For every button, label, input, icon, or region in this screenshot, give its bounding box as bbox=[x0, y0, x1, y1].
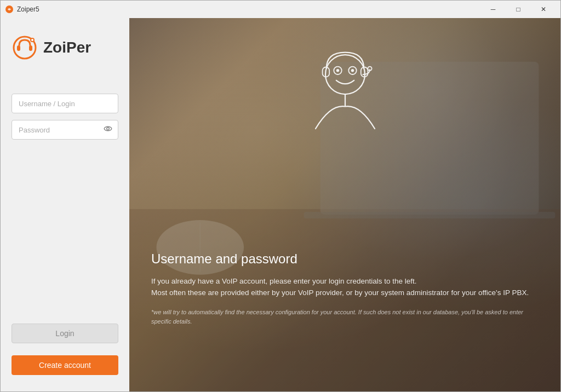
svg-point-5 bbox=[31, 39, 33, 41]
password-wrapper bbox=[12, 120, 118, 140]
right-body-line2: Most often these are provided either by … bbox=[151, 289, 529, 297]
show-password-icon[interactable] bbox=[103, 124, 113, 136]
minimize-button[interactable]: ─ bbox=[480, 1, 506, 18]
zoiper-logo-icon bbox=[12, 34, 38, 61]
login-button[interactable]: Login bbox=[12, 324, 118, 343]
right-note: *we will try to automatically find the n… bbox=[151, 308, 539, 326]
right-title: Username and password bbox=[151, 251, 539, 267]
close-button[interactable]: ✕ bbox=[531, 1, 556, 18]
app-window: Zoiper5 ─ □ ✕ ZoiPer bbox=[0, 0, 561, 392]
form-spacer bbox=[12, 146, 118, 317]
svg-point-13 bbox=[325, 55, 365, 94]
right-text-area: Username and password If you already hav… bbox=[151, 251, 539, 326]
right-panel: Username and password If you already hav… bbox=[129, 18, 560, 391]
svg-point-7 bbox=[107, 128, 110, 130]
logo-text: ZoiPer bbox=[43, 39, 91, 56]
create-account-button[interactable]: Create account bbox=[12, 355, 118, 375]
app-body: ZoiPer Login bbox=[1, 18, 560, 391]
password-input[interactable] bbox=[12, 120, 118, 140]
logo-area: ZoiPer bbox=[12, 34, 118, 61]
window-controls: ─ □ ✕ bbox=[480, 1, 556, 18]
window-title: Zoiper5 bbox=[17, 5, 480, 13]
right-body: If you already have a VoIP account, plea… bbox=[151, 275, 539, 299]
svg-point-16 bbox=[336, 69, 339, 72]
svg-rect-10 bbox=[304, 212, 556, 218]
svg-rect-2 bbox=[17, 45, 20, 51]
right-body-line1: If you already have a VoIP account, plea… bbox=[151, 277, 417, 285]
mascot-area bbox=[290, 34, 400, 144]
svg-point-17 bbox=[351, 69, 353, 72]
svg-rect-3 bbox=[29, 45, 32, 51]
username-wrapper bbox=[12, 94, 118, 113]
app-icon bbox=[5, 5, 14, 14]
mascot-illustration bbox=[296, 40, 394, 139]
left-panel: ZoiPer Login bbox=[1, 18, 129, 391]
username-input[interactable] bbox=[12, 94, 118, 113]
login-form: Login Create account bbox=[12, 94, 118, 375]
titlebar: Zoiper5 ─ □ ✕ bbox=[1, 1, 560, 18]
maximize-button[interactable]: □ bbox=[506, 1, 531, 18]
